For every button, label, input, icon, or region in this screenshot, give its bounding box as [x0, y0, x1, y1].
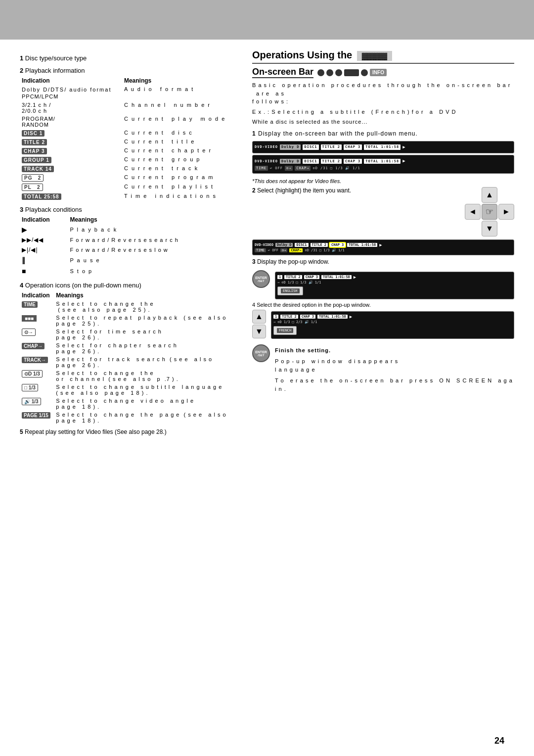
meaning-cell: S t o p: [68, 266, 237, 277]
up-arrow[interactable]: ▲: [482, 187, 497, 203]
left-arrow[interactable]: ◄: [465, 204, 481, 220]
section4-title: Operation icons (on the pull-down menu): [25, 282, 141, 289]
section2-title: Playback information: [25, 67, 85, 74]
meaning-cell: C u r r e n t p l a y l i s t: [122, 183, 237, 192]
enter-button[interactable]: ENTER /SET: [252, 270, 270, 288]
ind-cell: ▶▶/◀◀: [20, 235, 68, 245]
table-row: TOTAL 25:58 T i m e i n d i c a t i o n …: [20, 192, 237, 201]
meaning-cell: S e l e c t t o r e p e a t p l a y b a …: [54, 314, 237, 328]
indication-header: Indication: [20, 215, 68, 224]
dolby-badge: Dolby D: [280, 144, 301, 150]
enter-label-f: ENTER: [255, 350, 267, 354]
sc-angle-val: 🔊 1/1: [345, 166, 360, 171]
timesearch-badge: ⊙→: [22, 329, 36, 336]
table-row: ■■■ S e l e c t t o r e p e a t p l a y …: [20, 314, 237, 328]
playback-conditions-table: Indication Meanings ▶ P l a y b a c k ▶▶…: [20, 215, 237, 277]
dot-indicators: INFO: [317, 69, 387, 76]
section5-heading: 5 Repeat play setting for Video files (S…: [20, 428, 237, 435]
meaning-cell: S e l e c t f o r c h a p t e r s e a r …: [54, 341, 237, 355]
group-badge: GROUP 1: [22, 157, 51, 163]
s3-chap3: CHAP 3: [304, 275, 319, 279]
s4-1: 1: [273, 315, 278, 319]
table-row: PG 2 C u r r e n t p r o g r a m: [20, 173, 237, 183]
enter-btn-step3[interactable]: ENTER /SET: [252, 270, 270, 288]
meanings-header: Meanings: [54, 291, 237, 300]
dot2: [326, 69, 333, 76]
step1-screen1: DVD-VIDEO Dolby D DISC1 TITLE 2 CHAP 3 T…: [252, 141, 514, 154]
section1-num: 1: [20, 54, 23, 62]
table-row: ⊙D 1/3 S e l e c t t o c h a n g e t h e…: [20, 369, 237, 383]
meaning-cell: C u r r e n t d i s c: [122, 129, 237, 138]
meaning-cell: S e l e c t t o c h a n g e t h e ( s e …: [54, 300, 237, 314]
dolby-badge2: Dolby D: [280, 159, 301, 164]
table-row: TITLE 2 C u r r e n t t i t l e: [20, 138, 237, 146]
table-row: ▶▶/◀◀ F o r w a r d / R e v e r s e s e …: [20, 235, 237, 245]
track-badge: TRACK 14: [22, 166, 54, 172]
nav-arrows-step4[interactable]: ▲ ▼: [252, 310, 266, 338]
ind-cell: ⊙D 1/3: [20, 369, 54, 383]
dvd-logo-s2: DVD-VIDEO: [255, 243, 273, 247]
table-row: ‖ P a u s e: [20, 255, 237, 266]
meaning-cell: S e l e c t t o c h a n g e s u b t i t …: [54, 383, 237, 397]
meaning-cell: C u r r e n t t r a c k: [122, 164, 237, 173]
play-icon: ▶: [402, 144, 405, 151]
section2-num: 2: [20, 67, 23, 74]
section2-heading: 2 Playback information: [20, 67, 237, 74]
step3-screens: 1 TITLE 2 CHAP 3 TOTAL 1:01:58 ▶ → ⊙D 1/…: [275, 270, 514, 301]
dvd-video-logo: DVD-VIDEO: [255, 144, 278, 150]
section4-heading: 4 Operation icons (on the pull-down menu…: [20, 282, 237, 289]
table-row: DISC 1 C u r r e n t d i s c: [20, 129, 237, 138]
ind-cell: PROGRAM/RANDOM: [20, 115, 122, 129]
disc1-badge: DISC1: [303, 144, 318, 150]
step4-screens: 1 TITLE 2 CHAP 3 TOTAL 1:01:58 ▶ → ⊙D 1/…: [271, 310, 514, 340]
step3-popup: ENGLISH: [277, 286, 303, 295]
table-row: CHAP 3 C u r r e n t c h a p t e r: [20, 146, 237, 155]
indication-header: Indication: [20, 76, 122, 85]
right-column: Operations Using the ▓▓▓▓▓ On-screen Bar…: [252, 49, 514, 437]
time-sc-badge: TIME: [255, 166, 268, 171]
meaning-cell: C h a n n e l n u m b e r: [122, 101, 237, 115]
step3-screen: 1 TITLE 2 CHAP 3 TOTAL 1:01:58 ▶ → ⊙D 1/…: [275, 272, 514, 299]
right-arrow[interactable]: ►: [498, 204, 514, 220]
down-arrow-s4[interactable]: ▼: [252, 325, 266, 338]
step1-note: *This does not appear for Video files.: [252, 178, 514, 184]
s3-arrow: →: [277, 281, 279, 284]
time-s2: TIME: [255, 248, 266, 252]
section3-heading: 3 Playback conditions: [20, 206, 237, 213]
ind-cell: 3/2.1 c h /2/0.0 c h: [20, 101, 122, 115]
s3-od: ⊙D 1/3: [281, 281, 294, 284]
enter-button-finish[interactable]: ENTER /SET: [252, 344, 270, 362]
page-badge: PAGE 1/15: [22, 412, 50, 419]
ind-cell: □ 1/3: [20, 383, 54, 397]
down-arrow[interactable]: ▼: [482, 221, 497, 236]
indication-header: Indication: [20, 291, 54, 300]
ind-cell: TRACK→: [20, 355, 54, 369]
s4-sub: □ 2/3: [292, 320, 303, 324]
enter-btn-finish[interactable]: ENTER /SET: [252, 344, 270, 362]
bar-shape: [344, 69, 359, 76]
hand-icon: ☞: [486, 206, 493, 217]
up-arrow-s4[interactable]: ▲: [252, 310, 266, 324]
meaning-cell: S e l e c t t o c h a n g e v i d e o a …: [54, 397, 237, 411]
chap-sc-badge: CHAP→: [295, 166, 311, 171]
s3-1: 1: [277, 275, 282, 279]
dvd-video-logo2: DVD-VIDEO: [255, 159, 278, 164]
meanings-header: Meanings: [68, 215, 237, 224]
popup-disappears: P o p - u p w i n d o w d i s a p p e a …: [275, 357, 514, 375]
meaning-cell: P l a y b a c k: [68, 224, 237, 235]
section4-num: 4: [20, 282, 23, 289]
sc-od-val: ⊙D /31: [312, 166, 328, 171]
meaning-cell: C u r r e n t p l a y m o d e: [122, 115, 237, 129]
operation-icons-table: Indication Meanings TIME S e l e c t t o…: [20, 291, 237, 425]
finish-step-label: Finish the setting.: [275, 346, 514, 355]
section1-heading: 1 Disc type/source type: [20, 54, 237, 62]
table-row: CHAP→ S e l e c t f o r c h a p t e r s …: [20, 341, 237, 355]
meaning-cell: S e l e c t f o r t i m e s e a r c hp a…: [54, 328, 237, 341]
playback-info-table: Indication Meanings Dolby D/DTS/ audio f…: [20, 76, 237, 201]
ind-cell: ■: [20, 266, 68, 277]
ind-cell: ▶|/◀|: [20, 245, 68, 255]
table-row: GROUP 1 C u r r e n t g r o u p: [20, 155, 237, 164]
step1-screen2: DVD-VIDEO Dolby D DISC1 TITLE 2 CHAP 3 T…: [252, 155, 514, 174]
nav-arrows-step2[interactable]: ▲ ◄ ☞ ► ▼: [465, 187, 514, 236]
chap-badge: CHAP 3: [22, 148, 47, 154]
